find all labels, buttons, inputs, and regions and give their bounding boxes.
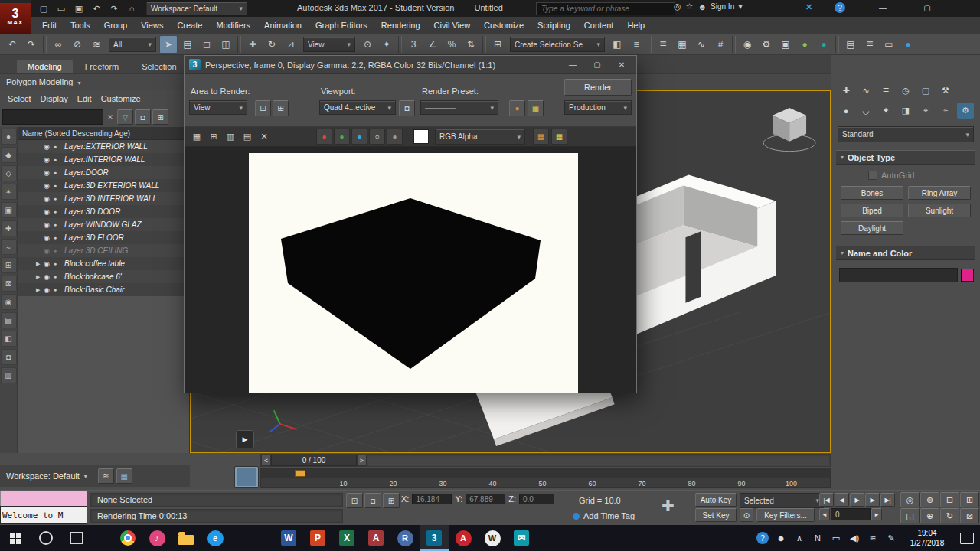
alpha-channel-button[interactable]: ●	[387, 129, 403, 145]
align-icon[interactable]: ≡	[627, 35, 645, 54]
maximize-viewport-icon[interactable]: ⊠	[960, 508, 979, 523]
sign-in-caret-icon[interactable]: ▾	[738, 2, 743, 11]
select-move-icon[interactable]: ✚	[243, 35, 262, 54]
render-mode-dropdown[interactable]: Production	[564, 100, 632, 115]
shapes-category-icon[interactable]: ◡	[858, 103, 874, 119]
visibility-icon[interactable]: ◉	[44, 156, 54, 164]
select-link-icon[interactable]: ∞	[49, 35, 67, 54]
select-manipulate-icon[interactable]: ✦	[377, 35, 396, 54]
workspace-dropdown[interactable]: Workspace: Default	[146, 2, 247, 15]
menu-scripting[interactable]: Scripting	[531, 17, 577, 34]
menu-animation[interactable]: Animation	[257, 17, 309, 34]
visibility-icon[interactable]: ◉	[44, 195, 54, 203]
maximize-button[interactable]: ▢	[916, 2, 939, 15]
curve-editor-icon[interactable]: ∿	[692, 35, 710, 54]
access-icon[interactable]: A	[361, 525, 390, 551]
mirror-icon[interactable]: ◧	[608, 35, 626, 54]
percent-snap-icon[interactable]: %	[443, 35, 461, 54]
name-column-header[interactable]: Name (Sorted Descending Age)	[18, 127, 189, 140]
row-layer-interior-wall[interactable]: ◉ ● Layer:INTERIOR WALL	[18, 153, 189, 166]
project-folder-icon[interactable]: ⌂	[123, 2, 140, 15]
menu-modifiers[interactable]: Modifiers	[209, 17, 257, 34]
select-by-name-icon[interactable]: ▤	[178, 35, 197, 54]
display-lights-icon[interactable]: ✶	[1, 184, 17, 200]
frame-up-button[interactable]: ▸	[871, 508, 882, 520]
polygon-modeling-tab[interactable]: Polygon Modeling	[6, 77, 80, 86]
y-coordinate-field[interactable]: 67.889	[466, 494, 505, 504]
freeze-icon[interactable]: ●	[54, 274, 62, 279]
track-ruler[interactable]	[261, 469, 830, 478]
pan-icon[interactable]: ⊕	[920, 508, 939, 523]
daylight-button[interactable]: Daylight	[841, 221, 903, 235]
network-icon[interactable]: ≋	[864, 525, 882, 551]
quick-assist-icon[interactable]: ?	[753, 525, 772, 551]
display-frozen-icon[interactable]: ◘	[1, 349, 17, 365]
previous-frame-button[interactable]: <	[261, 455, 271, 466]
track-selection-icon[interactable]	[234, 466, 259, 488]
current-frame-field[interactable]: 0	[831, 508, 871, 520]
row-layer-3d-interior-wall[interactable]: ◉ ● Layer:3D INTERIOR WALL	[18, 192, 189, 205]
system-type-dropdown[interactable]: Standard	[838, 126, 974, 142]
row-layer-3d-floor[interactable]: ◉ ● Layer:3D FLOOR	[18, 231, 189, 244]
display-containers-icon[interactable]: ◧	[1, 331, 17, 347]
zoom-extents-all-icon[interactable]: ⊞	[960, 492, 979, 507]
object-name-input[interactable]	[839, 268, 958, 282]
coordinate-system-dropdown[interactable]: View	[303, 37, 355, 52]
menu-customize[interactable]: Customize	[477, 17, 531, 34]
menu-civil-view[interactable]: Civil View	[427, 17, 477, 34]
material-editor-icon[interactable]: ◉	[738, 35, 756, 54]
select-object-icon[interactable]: ➤	[159, 35, 178, 54]
hierarchy-tab-icon[interactable]: ≣	[877, 83, 894, 99]
selection-lock-icon[interactable]: ◘	[364, 493, 381, 508]
freeze-icon[interactable]: ●	[54, 196, 62, 201]
window-crossing-icon[interactable]: ◫	[217, 35, 235, 54]
freeze-icon[interactable]: ●	[54, 222, 62, 227]
workspace-bottom-dropdown[interactable]: Workspace: Default	[6, 471, 80, 481]
clock[interactable]: 19:04 1/27/2018	[900, 528, 954, 549]
battery-icon[interactable]: ▭	[827, 525, 845, 551]
select-scale-icon[interactable]: ⊿	[282, 35, 300, 54]
display-bones-icon[interactable]: ▤	[1, 312, 17, 328]
se-menu-customize[interactable]: Customize	[96, 94, 145, 103]
render-minimize-button[interactable]: —	[563, 58, 583, 72]
copy-image-icon[interactable]: ▥	[223, 129, 238, 145]
time-marker[interactable]	[295, 470, 305, 477]
graphite-toggle-icon[interactable]: ▦	[673, 35, 691, 54]
key-selection-dropdown[interactable]: Selected	[740, 493, 824, 508]
listener-toggle-icon[interactable]: ≋	[98, 468, 114, 484]
display-helpers-icon[interactable]: ✚	[1, 220, 17, 236]
display-xrefs-icon[interactable]: ⊠	[1, 276, 17, 292]
filter-icon[interactable]: ▽	[117, 109, 133, 125]
display-cameras-icon[interactable]: ▣	[1, 202, 17, 218]
freeze-icon[interactable]: ●	[54, 144, 62, 149]
keying-gizmo-icon[interactable]: ✚	[662, 497, 675, 515]
visibility-icon[interactable]: ◉	[44, 234, 54, 242]
freeze-icon[interactable]: ●	[54, 261, 62, 266]
expand-icon[interactable]: ▶	[36, 261, 44, 267]
menu-content[interactable]: Content	[577, 17, 621, 34]
visibility-icon[interactable]: ◉	[44, 273, 54, 281]
snap-toggle-icon[interactable]: 3	[404, 35, 423, 54]
visibility-icon[interactable]: ◉	[44, 169, 54, 177]
menu-edit[interactable]: Edit	[35, 17, 64, 34]
next-frame-button[interactable]: ▶	[865, 493, 880, 507]
x-coordinate-field[interactable]: 16.184	[412, 494, 452, 504]
freeze-icon[interactable]: ●	[54, 248, 62, 253]
open-layer-explorer-icon[interactable]: ≣	[861, 35, 879, 54]
set-key-button[interactable]: Set Key	[695, 508, 737, 522]
name-and-color-rollout[interactable]: ▾ Name and Color	[836, 246, 975, 260]
bones-button[interactable]: Bones	[841, 186, 903, 200]
freeze-icon[interactable]: ●	[54, 287, 62, 292]
display-materials-icon[interactable]: ◉	[1, 294, 17, 310]
clear-image-icon[interactable]: ✕	[256, 129, 272, 145]
adobe-icon[interactable]: A	[449, 525, 478, 551]
spinner-snap-icon[interactable]: ⇅	[462, 35, 480, 54]
orbit-icon[interactable]: ↻	[940, 508, 959, 523]
menu-tools[interactable]: Tools	[64, 17, 97, 34]
maxscript-mini-listener[interactable]: Welcome to M	[0, 491, 87, 526]
minimize-button[interactable]: —	[871, 2, 894, 15]
visibility-icon[interactable]: ◉	[44, 286, 54, 294]
freeze-icon[interactable]: ●	[54, 235, 62, 240]
menu-graph-editors[interactable]: Graph Editors	[309, 17, 374, 34]
track-bar[interactable]: 102030405060708090100	[260, 468, 831, 488]
